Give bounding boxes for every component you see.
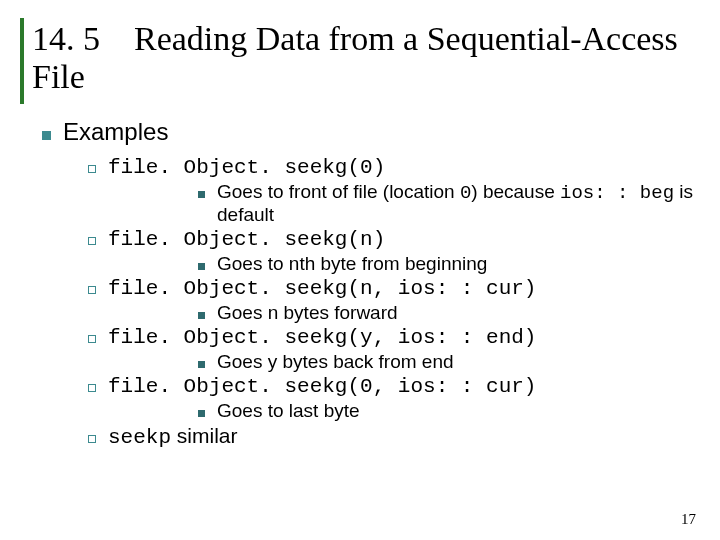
bullet-level3: Goes to last byte xyxy=(198,400,700,422)
example-code: file. Object. seekg(y, ios: : end) xyxy=(108,326,536,349)
desc-text: ) because xyxy=(471,181,560,202)
example-code: file. Object. seekg(n, ios: : cur) xyxy=(108,277,536,300)
bullet-level3: Goes to nth byte from beginning xyxy=(198,253,700,275)
bullet-level3: Goes y bytes back from end xyxy=(198,351,700,373)
bullet-level2-group: file. Object. seekg(0) Goes to front of … xyxy=(88,156,700,449)
desc-text: Goes to front of file (location xyxy=(217,181,460,202)
bullet-tiny-square-icon xyxy=(198,263,205,270)
slide: 14. 5 Reading Data from a Sequential-Acc… xyxy=(0,0,720,540)
list-item: seekp similar xyxy=(88,424,700,449)
slide-title: 14. 5 Reading Data from a Sequential-Acc… xyxy=(32,20,700,96)
list-item: file. Object. seekg(n) xyxy=(88,228,700,251)
bullet-level3: Goes to front of file (location 0) becau… xyxy=(198,181,700,226)
code-fragment: seekp xyxy=(108,426,171,449)
bullet-hollow-square-icon xyxy=(88,237,96,245)
desc-code: ios: : beg xyxy=(560,182,674,204)
list-item: file. Object. seekg(0, ios: : cur) xyxy=(88,375,700,398)
example-code: seekp similar xyxy=(108,424,238,449)
title-text: Reading Data from a Sequential-Access Fi… xyxy=(32,20,678,95)
example-desc: Goes to front of file (location 0) becau… xyxy=(217,181,700,226)
section-number: 14. 5 xyxy=(32,20,100,57)
desc-code: 0 xyxy=(460,182,471,204)
bullet-hollow-square-icon xyxy=(88,335,96,343)
example-desc: Goes to last byte xyxy=(217,400,360,422)
bullet-hollow-square-icon xyxy=(88,286,96,294)
title-block: 14. 5 Reading Data from a Sequential-Acc… xyxy=(20,18,700,104)
example-desc: Goes y bytes back from end xyxy=(217,351,454,373)
list-item: file. Object. seekg(y, ios: : end) xyxy=(88,326,700,349)
list-item: file. Object. seekg(n, ios: : cur) xyxy=(88,277,700,300)
bullet-level1: Examples xyxy=(42,118,700,146)
page-number: 17 xyxy=(681,511,696,528)
bullet-level3: Goes n bytes forward xyxy=(198,302,700,324)
example-code: file. Object. seekg(0, ios: : cur) xyxy=(108,375,536,398)
bullet-tiny-square-icon xyxy=(198,361,205,368)
example-desc: Goes to nth byte from beginning xyxy=(217,253,487,275)
example-code: file. Object. seekg(n) xyxy=(108,228,385,251)
example-desc: Goes n bytes forward xyxy=(217,302,398,324)
bullet-hollow-square-icon xyxy=(88,384,96,392)
plain-fragment: similar xyxy=(171,424,238,447)
bullet-square-icon xyxy=(42,131,51,140)
bullet-tiny-square-icon xyxy=(198,191,205,198)
bullet-tiny-square-icon xyxy=(198,312,205,319)
bullet-hollow-square-icon xyxy=(88,165,96,173)
bullet-tiny-square-icon xyxy=(198,410,205,417)
list-item: file. Object. seekg(0) xyxy=(88,156,700,179)
example-code: file. Object. seekg(0) xyxy=(108,156,385,179)
bullet-lvl1-text: Examples xyxy=(63,118,168,146)
bullet-hollow-square-icon xyxy=(88,435,96,443)
